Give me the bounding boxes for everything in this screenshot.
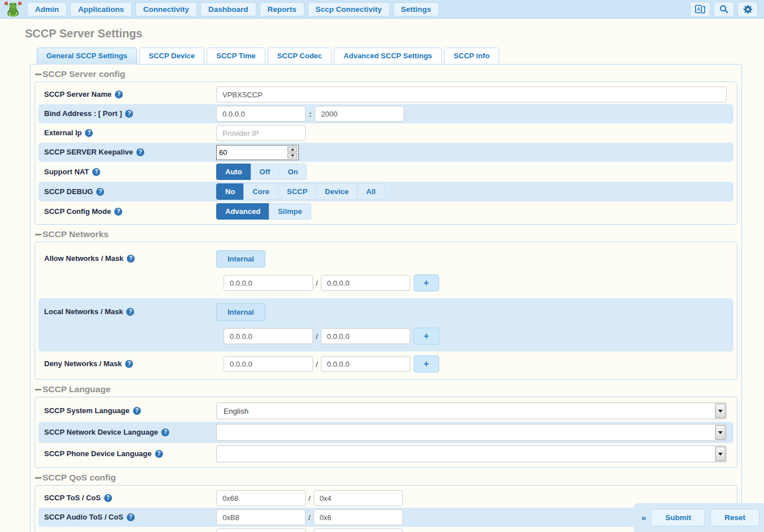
nav-item-reports[interactable]: Reports <box>260 2 304 16</box>
help-icon[interactable]: ? <box>104 494 112 502</box>
nat-auto-button[interactable]: Auto <box>216 164 251 180</box>
deny-mask-input[interactable] <box>321 356 410 372</box>
bind-port-input[interactable] <box>315 106 404 122</box>
allow-network-input[interactable] <box>224 275 313 291</box>
panel-networks: Allow Networks / Mask ? Internal / + <box>35 242 737 380</box>
config-mode-simple-button[interactable]: Silmpe <box>269 203 311 220</box>
help-icon[interactable]: ? <box>92 168 100 176</box>
select-arrow-icon[interactable] <box>715 404 726 418</box>
local-internal-button[interactable]: Internal <box>216 303 265 321</box>
audio-tos-input[interactable] <box>216 509 306 525</box>
nav-item-connectivity[interactable]: Connectivity <box>135 2 197 16</box>
help-icon[interactable]: ? <box>127 255 135 263</box>
keepalive-input[interactable]: 60 <box>216 145 299 160</box>
slash-separator: / <box>316 332 318 341</box>
language-icon[interactable]: A <box>690 2 710 17</box>
section-header-networks[interactable]: SCCP Networks <box>35 229 737 239</box>
video-tos-input[interactable] <box>216 529 306 532</box>
frog-logo-icon[interactable] <box>3 1 23 18</box>
row-server-name: SCCP Server Name ? <box>38 85 733 104</box>
system-language-select[interactable]: English <box>216 402 727 419</box>
help-icon[interactable]: ? <box>127 513 135 521</box>
section-header-qos[interactable]: SCCP QoS config <box>35 473 737 483</box>
nav-item-settings[interactable]: Settings <box>393 2 439 16</box>
collapse-dash-icon[interactable] <box>35 389 41 391</box>
allow-add-button[interactable]: + <box>414 274 439 291</box>
local-networks-label: Local Networks / Mask <box>44 303 123 320</box>
debug-button-group: No Core SCCP Device All <box>216 183 385 200</box>
network-device-language-select[interactable] <box>216 424 727 441</box>
sccp-debug-label-wrap: SCCP DEBUG ? <box>44 184 216 200</box>
deny-add-button[interactable]: + <box>414 355 439 372</box>
debug-core-button[interactable]: Core <box>243 183 278 200</box>
allow-mask-input[interactable] <box>321 275 410 291</box>
reset-button[interactable]: Reset <box>710 509 759 526</box>
collapse-dash-icon[interactable] <box>35 477 41 479</box>
config-mode-advanced-button[interactable]: Advanced <box>216 203 269 220</box>
debug-no-button[interactable]: No <box>216 183 243 200</box>
collapse-dash-icon[interactable] <box>35 234 41 235</box>
collapse-dash-icon[interactable] <box>35 74 41 75</box>
nat-on-button[interactable]: On <box>278 164 307 180</box>
external-ip-input[interactable] <box>216 125 306 141</box>
system-language-label: SCCP System Language <box>44 403 130 419</box>
help-icon[interactable]: ? <box>125 110 133 118</box>
help-icon[interactable]: ? <box>115 91 123 98</box>
bind-address-input[interactable] <box>216 106 306 122</box>
help-icon[interactable]: ? <box>125 360 133 368</box>
help-icon[interactable]: ? <box>85 129 93 137</box>
help-icon[interactable]: ? <box>155 450 163 458</box>
help-icon[interactable]: ? <box>126 308 134 316</box>
local-network-input[interactable] <box>224 328 313 344</box>
cos-input[interactable] <box>314 490 403 506</box>
help-icon[interactable]: ? <box>136 148 144 156</box>
nav-item-dashboard[interactable]: Dashboard <box>200 2 256 16</box>
select-arrow-icon[interactable] <box>715 447 726 461</box>
audio-cos-input[interactable] <box>314 509 403 525</box>
local-add-button[interactable]: + <box>414 328 439 345</box>
nav-item-applications[interactable]: Applications <box>70 2 132 16</box>
section-header-server-config[interactable]: SCCP Server config <box>35 69 737 79</box>
spinner-down-icon[interactable] <box>287 153 297 158</box>
help-icon[interactable]: ? <box>133 407 141 415</box>
support-nat-button-group: Auto Off On <box>216 164 307 180</box>
tos-cos-label-wrap: SCCP ToS / CoS ? <box>44 490 216 506</box>
video-tos-cos-label: SCCP Video ToS / CoS <box>44 529 123 532</box>
row-system-language: SCCP System Language ? English <box>38 400 733 422</box>
deny-network-input[interactable] <box>224 356 313 372</box>
tab-sccp-device[interactable]: SCCP Device <box>139 48 204 64</box>
keepalive-label: SCCP SERVER Keepalive <box>44 144 133 160</box>
debug-sccp-button[interactable]: SCCP <box>278 183 316 200</box>
gear-icon[interactable] <box>737 2 758 17</box>
nav-item-sccp-connectivity[interactable]: Sccp Connectivity <box>308 2 390 16</box>
tab-sccp-codec[interactable]: SCCP Codec <box>268 48 332 64</box>
help-icon[interactable]: ? <box>161 428 169 436</box>
help-icon[interactable]: ? <box>114 208 122 216</box>
allow-internal-button[interactable]: Internal <box>216 250 265 268</box>
nav-item-admin[interactable]: Admin <box>27 2 67 16</box>
action-toolbar: » Submit Reset <box>634 503 764 532</box>
config-mode-label-wrap: SCCP Config Mode ? <box>44 204 216 220</box>
select-arrow-icon[interactable] <box>715 425 726 440</box>
search-icon[interactable] <box>714 2 734 17</box>
tab-advanced-sccp-settings[interactable]: Advanced SCCP Settings <box>334 48 442 64</box>
debug-all-button[interactable]: All <box>357 183 385 200</box>
network-device-language-label-wrap: SCCP Network Device Language ? <box>44 424 216 440</box>
debug-device-button[interactable]: Device <box>316 183 357 200</box>
help-icon[interactable]: ? <box>96 188 104 196</box>
collapse-toolbar-icon[interactable]: » <box>641 513 646 522</box>
tab-sccp-info[interactable]: SCCP info <box>444 48 499 64</box>
video-cos-input[interactable] <box>314 529 403 532</box>
phone-device-language-select[interactable] <box>216 445 727 462</box>
server-name-input[interactable] <box>216 87 727 102</box>
tos-input[interactable] <box>216 490 306 506</box>
system-language-label-wrap: SCCP System Language ? <box>44 403 216 419</box>
local-mask-input[interactable] <box>321 328 410 344</box>
tab-sccp-time[interactable]: SCCP Time <box>207 48 265 64</box>
keepalive-label-wrap: SCCP SERVER Keepalive ? <box>44 144 216 160</box>
tab-general-sccp-settings[interactable]: General SCCP Settings <box>37 48 137 65</box>
nat-off-button[interactable]: Off <box>251 164 279 180</box>
submit-button[interactable]: Submit <box>651 509 705 526</box>
section-header-language[interactable]: SCCP Language <box>35 384 737 394</box>
spinner-up-icon[interactable] <box>287 147 297 152</box>
